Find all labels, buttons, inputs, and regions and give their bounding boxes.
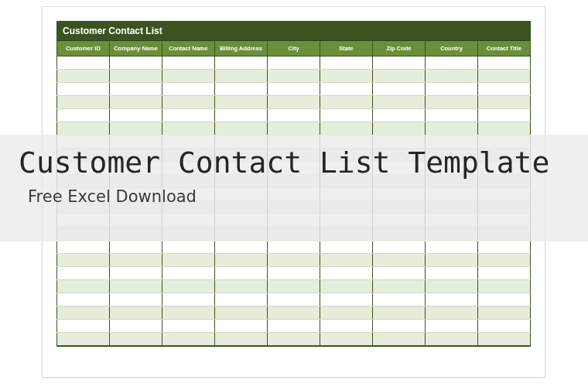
sheet-title: Customer Contact List — [56, 21, 531, 41]
table-cell — [320, 122, 373, 135]
table-cell — [373, 70, 426, 83]
table-cell — [215, 280, 268, 293]
col-zip-code: Zip Code — [373, 41, 426, 57]
table-cell — [162, 83, 215, 96]
table-cell — [320, 83, 373, 96]
table-cell — [426, 109, 478, 122]
table-cell — [320, 320, 373, 333]
table-cell — [373, 320, 426, 333]
promo-overlay: Customer Contact List Template Free Exce… — [0, 135, 588, 241]
table-row — [57, 320, 531, 333]
table-cell — [426, 320, 478, 333]
table-row — [57, 333, 531, 346]
table-cell — [426, 254, 478, 267]
table-cell — [215, 241, 268, 254]
table-cell — [215, 57, 268, 70]
table-cell — [268, 280, 320, 293]
table-cell — [373, 280, 426, 293]
table-cell — [57, 280, 110, 293]
table-cell — [478, 320, 531, 333]
table-cell — [162, 122, 215, 135]
table-cell — [373, 122, 426, 135]
table-cell — [373, 254, 426, 267]
col-contact-name: Contact Name — [162, 41, 215, 57]
table-cell — [110, 57, 162, 70]
table-cell — [426, 83, 478, 96]
table-cell — [478, 109, 531, 122]
table-cell — [478, 57, 531, 70]
table-cell — [57, 293, 110, 307]
table-cell — [215, 83, 268, 96]
table-cell — [373, 307, 426, 320]
table-cell — [162, 267, 215, 280]
col-billing-address: Billing Address — [215, 41, 268, 57]
table-row — [57, 70, 531, 83]
table-cell — [110, 333, 162, 346]
table-cell — [320, 267, 373, 280]
table-cell — [110, 241, 162, 254]
table-cell — [320, 57, 373, 70]
table-row — [57, 254, 531, 267]
table-cell — [110, 122, 162, 135]
col-city: City — [268, 41, 320, 57]
table-row — [57, 267, 531, 280]
table-cell — [215, 122, 268, 135]
table-cell — [110, 70, 162, 83]
table-cell — [426, 122, 478, 135]
table-cell — [426, 57, 478, 70]
table-cell — [162, 96, 215, 109]
table-cell — [162, 109, 215, 122]
table-cell — [57, 241, 110, 254]
table-cell — [57, 307, 110, 320]
table-cell — [162, 333, 215, 346]
table-cell — [373, 293, 426, 307]
table-row — [57, 109, 531, 122]
table-cell — [426, 280, 478, 293]
table-cell — [373, 333, 426, 346]
table-cell — [478, 241, 531, 254]
table-cell — [110, 109, 162, 122]
table-cell — [478, 122, 531, 135]
table-cell — [426, 333, 478, 346]
table-cell — [268, 267, 320, 280]
table-cell — [162, 57, 215, 70]
table-cell — [57, 333, 110, 346]
table-cell — [478, 83, 531, 96]
table-cell — [268, 57, 320, 70]
table-cell — [373, 109, 426, 122]
table-cell — [426, 293, 478, 307]
table-row — [57, 122, 531, 135]
table-cell — [373, 57, 426, 70]
table-cell — [268, 70, 320, 83]
table-cell — [215, 254, 268, 267]
table-cell — [320, 307, 373, 320]
table-cell — [268, 333, 320, 346]
table-cell — [57, 70, 110, 83]
table-cell — [110, 254, 162, 267]
table-cell — [320, 333, 373, 346]
table-cell — [110, 320, 162, 333]
table-cell — [478, 96, 531, 109]
table-cell — [373, 241, 426, 254]
table-cell — [57, 267, 110, 280]
table-cell — [110, 280, 162, 293]
table-cell — [57, 122, 110, 135]
table-cell — [162, 293, 215, 307]
table-cell — [57, 320, 110, 333]
table-cell — [320, 254, 373, 267]
table-cell — [215, 333, 268, 346]
table-cell — [373, 96, 426, 109]
table-cell — [373, 83, 426, 96]
table-cell — [215, 293, 268, 307]
table-cell — [268, 96, 320, 109]
table-cell — [268, 109, 320, 122]
table-cell — [162, 280, 215, 293]
table-row — [57, 57, 531, 70]
table-row — [57, 293, 531, 307]
col-state: State — [320, 41, 373, 57]
table-cell — [478, 254, 531, 267]
table-cell — [110, 307, 162, 320]
table-cell — [268, 307, 320, 320]
table-cell — [110, 96, 162, 109]
table-cell — [162, 241, 215, 254]
